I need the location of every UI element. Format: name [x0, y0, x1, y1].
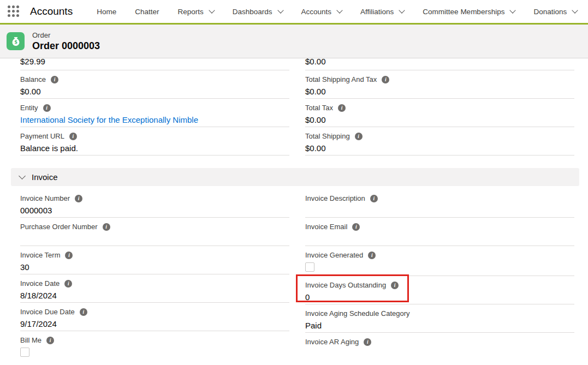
field-row-entity: Entity i International Society for the E…	[20, 99, 289, 127]
field-label: Bill Me	[20, 336, 41, 345]
nav-tab-dashboards[interactable]: Dashboards	[233, 8, 283, 16]
info-icon[interactable]: i	[75, 195, 82, 202]
field-value: $0.00	[305, 86, 574, 98]
checkbox-invoice-generated[interactable]	[305, 262, 314, 272]
nav-tab-accounts[interactable]: Accounts	[301, 8, 342, 16]
info-icon[interactable]: i	[64, 280, 72, 288]
field-label: Invoice Generated	[305, 250, 363, 260]
field-value: $0.00	[305, 114, 574, 127]
top-navigation-bar: Accounts Home Chatter Reports Dashboards…	[0, 0, 588, 25]
field-value: 8/18/2024	[20, 290, 289, 302]
nav-tabs: Home Chatter Reports Dashboards Accounts…	[97, 8, 577, 16]
field-label: Total Tax	[305, 103, 333, 112]
top-left-column: i $29.99 Balance i $0.00 Entity i Intern…	[20, 58, 289, 155]
info-icon[interactable]: i	[338, 104, 346, 112]
money-bag-icon: $	[7, 32, 25, 50]
field-row-invoice-ar-aging: Invoice AR Aging i	[305, 333, 574, 361]
info-icon[interactable]: i	[69, 133, 77, 140]
info-icon[interactable]: i	[46, 337, 54, 344]
chevron-down-icon	[209, 7, 215, 13]
invoice-left-column: Invoice Number i 0000003 Purchase Order …	[20, 189, 289, 361]
info-icon[interactable]: i	[65, 252, 73, 259]
invoice-section-header[interactable]: Invoice	[11, 168, 579, 186]
field-value: 30	[20, 261, 289, 274]
field-row-total-tax: Total Tax i $0.00	[305, 99, 574, 127]
nav-tab-donations[interactable]: Donations	[533, 8, 577, 16]
info-icon[interactable]: i	[364, 338, 371, 346]
nav-tab-chatter[interactable]: Chatter	[135, 8, 159, 16]
info-icon[interactable]: i	[80, 308, 87, 316]
chevron-down-icon	[277, 7, 283, 13]
info-icon[interactable]: i	[382, 76, 389, 83]
field-value	[20, 346, 289, 361]
section-title: Invoice	[32, 172, 58, 182]
record-titles: Order Order 0000003	[32, 31, 100, 52]
info-icon[interactable]: i	[43, 104, 51, 112]
field-value: 0	[305, 291, 574, 304]
field-label: Invoice Aging Schedule Category	[305, 309, 410, 318]
record-detail-form: i $29.99 Balance i $0.00 Entity i Intern…	[0, 58, 588, 361]
chevron-down-icon	[510, 7, 516, 13]
nav-tab-committee-memberships[interactable]: Committee Memberships	[423, 8, 515, 16]
chevron-down-icon	[572, 7, 578, 13]
field-row-total-shipping: Total Shipping i $0.00	[305, 127, 574, 155]
field-label: Entity	[20, 103, 38, 112]
field-label: Invoice Number	[20, 194, 70, 203]
field-row-0-00: i $0.00	[305, 58, 574, 70]
app-launcher-icon[interactable]	[8, 5, 21, 17]
field-row-total-shipping-and-tax: Total Shipping And Tax i $0.00	[305, 70, 574, 99]
field-value: $0.00	[305, 58, 574, 68]
field-value: $29.99	[20, 58, 289, 68]
field-value	[305, 205, 574, 217]
nav-tab-reports[interactable]: Reports	[177, 8, 213, 16]
top-fields-grid: i $29.99 Balance i $0.00 Entity i Intern…	[20, 58, 574, 155]
field-row-bill-me: Bill Me i	[20, 331, 289, 361]
svg-text:$: $	[14, 39, 17, 45]
info-icon[interactable]: i	[352, 223, 360, 231]
field-row-payment-url: Payment URL i Balance is paid.	[20, 127, 289, 155]
field-row-invoice-description: Invoice Description i	[305, 189, 574, 218]
invoice-fields-grid: Invoice Number i 0000003 Purchase Order …	[20, 189, 574, 361]
field-row-invoice-email: Invoice Email i	[305, 218, 574, 246]
info-icon[interactable]: i	[370, 195, 378, 202]
field-row-invoice-aging-schedule-category: Invoice Aging Schedule Category i Paid	[305, 304, 574, 333]
field-row-invoice-date: Invoice Date i 8/18/2024	[20, 274, 289, 303]
field-label: Total Shipping	[305, 131, 350, 141]
field-label: Invoice Term	[20, 250, 60, 260]
field-value	[20, 233, 289, 246]
chevron-down-icon	[336, 7, 342, 13]
field-value: Balance is paid.	[20, 142, 289, 155]
field-label: Invoice Days Outstanding	[305, 280, 386, 290]
field-label: Invoice Due Date	[20, 307, 75, 316]
info-icon[interactable]: i	[103, 223, 110, 231]
info-icon[interactable]: i	[368, 252, 376, 259]
info-icon[interactable]: i	[51, 76, 58, 83]
field-value	[305, 261, 574, 276]
field-label: Invoice Email	[305, 222, 347, 231]
field-row-invoice-due-date: Invoice Due Date i 9/17/2024	[20, 303, 289, 331]
nav-tab-home[interactable]: Home	[97, 8, 116, 16]
app-name: Accounts	[30, 5, 73, 17]
field-label: Invoice Description	[305, 194, 365, 203]
field-value	[305, 233, 574, 246]
field-row-invoice-number: Invoice Number i 0000003	[20, 189, 289, 218]
field-value	[305, 348, 574, 361]
field-row-29-99: i $29.99	[20, 58, 289, 70]
info-icon[interactable]: i	[391, 282, 399, 289]
object-type-label: Order	[32, 31, 100, 39]
invoice-right-column: Invoice Description i Invoice Email i In…	[305, 189, 574, 361]
field-label: Balance	[20, 75, 46, 84]
nav-tab-affiliations[interactable]: Affiliations	[360, 8, 404, 16]
link-international-society-for-the-exceptionally-nimble[interactable]: International Society for the Exceptiona…	[20, 115, 198, 124]
chevron-down-icon	[399, 7, 405, 13]
field-value: $0.00	[305, 142, 574, 155]
info-icon[interactable]: i	[355, 133, 363, 140]
field-row-invoice-term: Invoice Term i 30	[20, 246, 289, 274]
checkbox-bill-me[interactable]	[20, 348, 29, 357]
field-value: 0000003	[20, 205, 289, 217]
field-value: Paid	[305, 320, 574, 332]
field-row-purchase-order-number: Purchase Order Number i	[20, 218, 289, 246]
field-label: Total Shipping And Tax	[305, 75, 377, 84]
field-row-invoice-days-outstanding: Invoice Days Outstanding i 0	[305, 276, 574, 304]
top-right-column: i $0.00 Total Shipping And Tax i $0.00 T…	[305, 58, 574, 155]
